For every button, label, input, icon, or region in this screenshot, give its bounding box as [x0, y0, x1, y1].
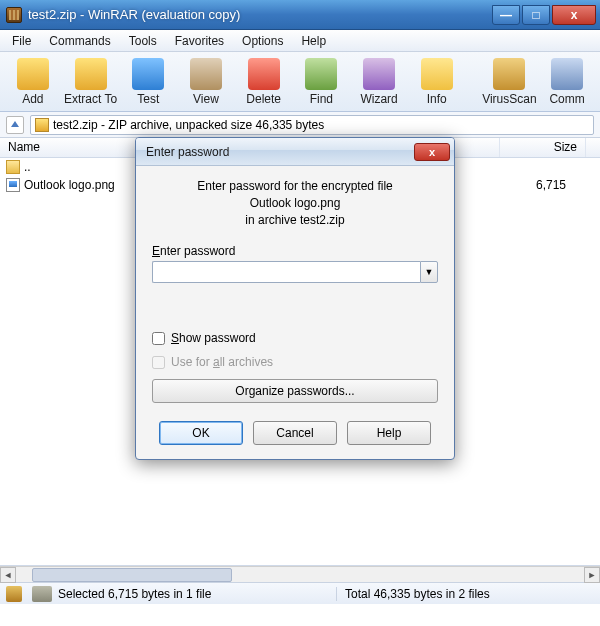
- dialog-msg-line1: Enter password for the encrypted file: [152, 178, 438, 195]
- add-icon: [17, 58, 49, 90]
- delete-button[interactable]: Delete: [235, 54, 293, 110]
- status-bar: Selected 6,715 bytes in 1 file Total 46,…: [0, 582, 600, 604]
- help-button[interactable]: Help: [347, 421, 431, 445]
- window-controls: — □ x: [492, 5, 596, 25]
- find-label: Find: [310, 92, 333, 106]
- arrow-up-icon: [10, 120, 20, 130]
- horizontal-scrollbar[interactable]: ◄ ►: [0, 566, 600, 582]
- wizard-icon: [363, 58, 395, 90]
- path-text: test2.zip - ZIP archive, unpacked size 4…: [53, 118, 324, 132]
- close-button[interactable]: x: [552, 5, 596, 25]
- maximize-button[interactable]: □: [522, 5, 550, 25]
- minimize-button[interactable]: —: [492, 5, 520, 25]
- add-label: Add: [22, 92, 43, 106]
- find-button[interactable]: Find: [293, 54, 351, 110]
- virusscan-label: VirusScan: [482, 92, 536, 106]
- menu-favorites[interactable]: Favorites: [167, 32, 232, 50]
- archive-icon: [35, 118, 49, 132]
- menu-bar: File Commands Tools Favorites Options He…: [0, 30, 600, 52]
- password-row: ▼: [152, 261, 438, 283]
- find-icon: [305, 58, 337, 90]
- scroll-left-button[interactable]: ◄: [0, 567, 16, 583]
- menu-options[interactable]: Options: [234, 32, 291, 50]
- scroll-thumb[interactable]: [32, 568, 232, 582]
- image-file-icon: [6, 178, 20, 192]
- password-input[interactable]: [152, 261, 420, 283]
- row-name: Outlook logo.png: [24, 178, 115, 192]
- enter-password-dialog: Enter password x Enter password for the …: [135, 137, 455, 460]
- view-button[interactable]: View: [177, 54, 235, 110]
- scroll-right-button[interactable]: ►: [584, 567, 600, 583]
- menu-file[interactable]: File: [4, 32, 39, 50]
- password-dropdown-button[interactable]: ▼: [420, 261, 438, 283]
- comment-label: Comm: [549, 92, 584, 106]
- info-icon: [421, 58, 453, 90]
- row-size: 6,715: [500, 178, 574, 192]
- delete-icon: [248, 58, 280, 90]
- wizard-label: Wizard: [360, 92, 397, 106]
- add-button[interactable]: Add: [4, 54, 62, 110]
- extract-label: Extract To: [64, 92, 117, 106]
- dialog-body: Enter password for the encrypted file Ou…: [136, 166, 454, 459]
- dialog-close-button[interactable]: x: [414, 143, 450, 161]
- dialog-msg-line2: Outlook logo.png: [152, 195, 438, 212]
- wizard-button[interactable]: Wizard: [350, 54, 408, 110]
- organize-passwords-button[interactable]: Organize passwords...: [152, 379, 438, 403]
- view-label: View: [193, 92, 219, 106]
- test-button[interactable]: Test: [119, 54, 177, 110]
- comment-icon: [551, 58, 583, 90]
- toolbar: Add Extract To Test View Delete Find Wiz…: [0, 52, 600, 112]
- info-button[interactable]: Info: [408, 54, 466, 110]
- virusscan-icon: [493, 58, 525, 90]
- column-size[interactable]: Size: [500, 138, 586, 157]
- dialog-titlebar[interactable]: Enter password x: [136, 138, 454, 166]
- main-titlebar: test2.zip - WinRAR (evaluation copy) — □…: [0, 0, 600, 30]
- window-title: test2.zip - WinRAR (evaluation copy): [28, 7, 492, 22]
- menu-help[interactable]: Help: [293, 32, 334, 50]
- use-for-all-checkbox: [152, 356, 165, 369]
- disk-icon: [6, 586, 22, 602]
- address-bar: test2.zip - ZIP archive, unpacked size 4…: [0, 112, 600, 138]
- extract-to-button[interactable]: Extract To: [62, 54, 120, 110]
- password-label: Enter password: [152, 244, 438, 258]
- view-icon: [190, 58, 222, 90]
- test-label: Test: [137, 92, 159, 106]
- dialog-message: Enter password for the encrypted file Ou…: [152, 178, 438, 228]
- nav-up-button[interactable]: [6, 116, 24, 134]
- show-password-row[interactable]: Show password: [152, 331, 438, 345]
- folder-up-icon: [6, 160, 20, 174]
- dialog-msg-line3: in archive test2.zip: [152, 212, 438, 229]
- comment-button[interactable]: Comm: [538, 54, 596, 110]
- menu-commands[interactable]: Commands: [41, 32, 118, 50]
- winrar-app-icon: [6, 7, 22, 23]
- key-icon: [32, 586, 52, 602]
- dialog-button-row: OK Cancel Help: [152, 421, 438, 445]
- cancel-button[interactable]: Cancel: [253, 421, 337, 445]
- use-for-all-label: Use for all archives: [171, 355, 273, 369]
- dialog-title: Enter password: [146, 145, 414, 159]
- show-password-label: Show password: [171, 331, 256, 345]
- path-field[interactable]: test2.zip - ZIP archive, unpacked size 4…: [30, 115, 594, 135]
- use-for-all-row: Use for all archives: [152, 355, 438, 369]
- ok-button[interactable]: OK: [159, 421, 243, 445]
- delete-label: Delete: [246, 92, 281, 106]
- virusscan-button[interactable]: VirusScan: [481, 54, 539, 110]
- row-name: ..: [24, 160, 31, 174]
- test-icon: [132, 58, 164, 90]
- show-password-checkbox[interactable]: [152, 332, 165, 345]
- info-label: Info: [427, 92, 447, 106]
- menu-tools[interactable]: Tools: [121, 32, 165, 50]
- status-selected: Selected 6,715 bytes in 1 file: [56, 587, 336, 601]
- organize-passwords-label: Organize passwords...: [235, 384, 354, 398]
- extract-icon: [75, 58, 107, 90]
- status-total: Total 46,335 bytes in 2 files: [336, 587, 600, 601]
